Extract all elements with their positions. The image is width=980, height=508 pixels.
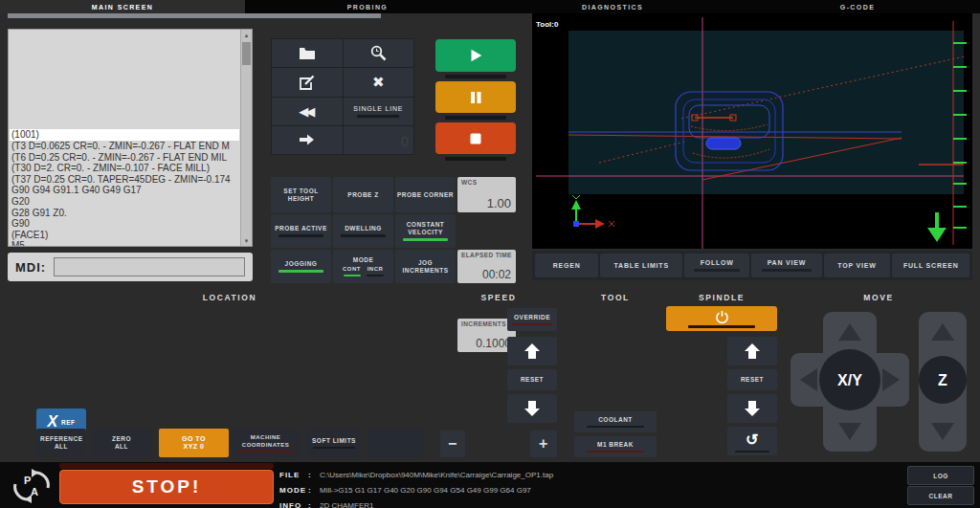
single-line-indicator	[357, 115, 399, 118]
jogging-label: JOGGING	[285, 260, 318, 268]
svg-text:A: A	[31, 486, 38, 497]
jogging-indicator	[278, 270, 323, 273]
spindle-reset-button[interactable]: RESET	[727, 369, 777, 390]
rotate-ccw-icon: ↺	[746, 431, 759, 449]
regen-button[interactable]: REGEN	[535, 254, 598, 277]
close-file-button[interactable]: ✖	[344, 68, 414, 96]
scroll-thumb[interactable]	[242, 42, 251, 65]
clear-label: CLEAR	[929, 493, 953, 499]
spindle-power-button[interactable]	[666, 306, 777, 331]
zero-all-button[interactable]: ZERO ALL	[92, 429, 151, 457]
arrow-right-icon	[299, 133, 315, 146]
goto-xyz0-button[interactable]: GO TO XYZ 0	[159, 429, 229, 457]
constant-velocity-toggle[interactable]: CONSTANT VELOCITY	[395, 214, 456, 248]
scroll-down-icon[interactable]: ▼	[241, 235, 252, 246]
spindle-up-button[interactable]	[727, 337, 777, 365]
estop-button[interactable]: STOP!	[59, 470, 274, 504]
start-button[interactable]	[435, 39, 516, 72]
axis-indicator-icon	[571, 195, 614, 229]
step-next-line-button[interactable]	[272, 126, 343, 154]
program-controls: ✖ ◀◀ SINGLE LINE 0	[271, 38, 414, 155]
mdi-input[interactable]	[54, 257, 245, 276]
spindle-down-button[interactable]	[727, 394, 777, 423]
mode-incr-button[interactable]: INCR	[367, 265, 384, 276]
m1-break-toggle[interactable]: M1 BREAK	[574, 436, 657, 457]
pan-view-indicator	[762, 269, 811, 272]
set-tool-height-button[interactable]: SET TOOL HEIGHT	[271, 177, 331, 212]
reference-all-button[interactable]: REFERENCE ALL	[36, 429, 86, 457]
edit-file-button[interactable]	[272, 68, 343, 96]
tab-main-screen[interactable]: MAIN SCREEN	[0, 0, 245, 13]
soft-limits-toggle[interactable]: SOFT LIMITS	[306, 429, 362, 457]
mode-colon: :	[308, 484, 320, 497]
line-number-display: 0	[344, 126, 414, 154]
edit-icon	[299, 75, 315, 90]
cont-label: CONT	[343, 265, 361, 273]
machine-coordinates-indicator	[237, 451, 293, 453]
line-number-value: 0	[401, 133, 409, 149]
wcs-label: WCS	[461, 179, 477, 186]
soft-limits-label: SOFT LIMITS	[312, 437, 356, 445]
mode-cont-button[interactable]: CONT	[343, 265, 361, 276]
probe-z-button[interactable]: PROBE Z	[333, 177, 393, 212]
m1-break-label: M1 BREAK	[597, 441, 634, 449]
ref-label: REF	[61, 419, 76, 426]
jog-increments-button[interactable]: JOG INCREMENTS	[395, 250, 456, 283]
spindle-reset-label: RESET	[741, 376, 764, 384]
zoom-search-button[interactable]	[344, 39, 414, 67]
stop-button[interactable]	[435, 122, 516, 154]
probe-active-toggle[interactable]: PROBE ACTIVE	[271, 214, 331, 248]
follow-label: FOLLOW	[701, 259, 734, 266]
speed-title: SPEED	[440, 293, 557, 302]
coolant-toggle[interactable]: COOLANT	[574, 411, 657, 432]
file-colon: :	[308, 469, 320, 481]
tab-g-code[interactable]: G-CODE	[735, 0, 980, 13]
jog-speed-plus-button[interactable]: +	[530, 431, 557, 457]
tab-diagnostics[interactable]: DIAGNOSTICS	[490, 0, 735, 13]
follow-toggle[interactable]: FOLLOW	[684, 254, 749, 277]
arrow-up-icon	[523, 342, 542, 361]
pause-icon	[468, 90, 483, 105]
rewind-button[interactable]: ◀◀	[272, 98, 343, 125]
jogging-toggle[interactable]: JOGGING	[271, 250, 331, 283]
gcode-scrollbar[interactable]: ▲ ▼	[240, 30, 252, 246]
speed-up-button[interactable]	[507, 337, 557, 365]
speed-down-button[interactable]	[507, 394, 557, 423]
top-view-button[interactable]: TOP VIEW	[824, 254, 891, 277]
pan-view-toggle[interactable]: PAN VIEW	[751, 254, 821, 277]
probe-active-indicator	[278, 234, 323, 237]
elapsed-time-label: ELAPSED TIME	[461, 252, 512, 258]
probe-corner-button[interactable]: PROBE CORNER	[395, 177, 456, 212]
machine-coordinates-toggle[interactable]: MACHINE COORDINATES	[231, 429, 301, 457]
probe-corner-label: PROBE CORNER	[397, 191, 454, 199]
clear-button[interactable]: CLEAR	[907, 486, 974, 505]
single-line-toggle[interactable]: SINGLE LINE	[344, 98, 414, 125]
gcode-listing[interactable]: (1001) (T3 D=0.0625 CR=0. - ZMIN=-0.267 …	[8, 29, 253, 247]
log-button[interactable]: LOG	[907, 466, 974, 485]
speed-override-toggle[interactable]: OVERRIDE	[507, 308, 557, 331]
set-tool-height-label: SET TOOL HEIGHT	[271, 188, 331, 203]
speed-reset-button[interactable]: RESET	[507, 369, 557, 390]
table-limits-button[interactable]: TABLE LIMITS	[600, 254, 682, 277]
spindle-reverse-button[interactable]: ↺	[727, 427, 777, 455]
dwelling-toggle[interactable]: DWELLING	[333, 214, 393, 248]
info-colon: :	[308, 499, 320, 508]
toolpath-viewport[interactable]: Tool:0	[532, 13, 972, 249]
m1-break-indicator	[587, 451, 644, 453]
pause-button[interactable]	[435, 81, 516, 113]
speed-override-label: OVERRIDE	[514, 314, 550, 321]
tab-probing[interactable]: PROBING	[245, 0, 490, 13]
jog-speed-minus-button[interactable]: −	[440, 431, 465, 457]
full-screen-button[interactable]: FULL SCREEN	[892, 254, 969, 277]
constant-velocity-label: CONSTANT VELOCITY	[395, 221, 456, 236]
open-file-button[interactable]	[272, 39, 343, 67]
scroll-up-icon[interactable]: ▲	[241, 30, 252, 40]
gcode-line: G90 G94 G91.1 G40 G49 G17	[10, 185, 239, 196]
log-label: LOG	[933, 473, 948, 479]
folder-icon	[299, 47, 316, 60]
dwelling-indicator	[341, 234, 386, 237]
magnifier-icon	[370, 45, 387, 61]
mode-value: Mill->G15 G1 G17 G40 G20 G90 G94 G54 G49…	[320, 486, 531, 495]
active-tab-underline	[8, 13, 381, 18]
elapsed-time-value: 00:02	[482, 268, 511, 281]
